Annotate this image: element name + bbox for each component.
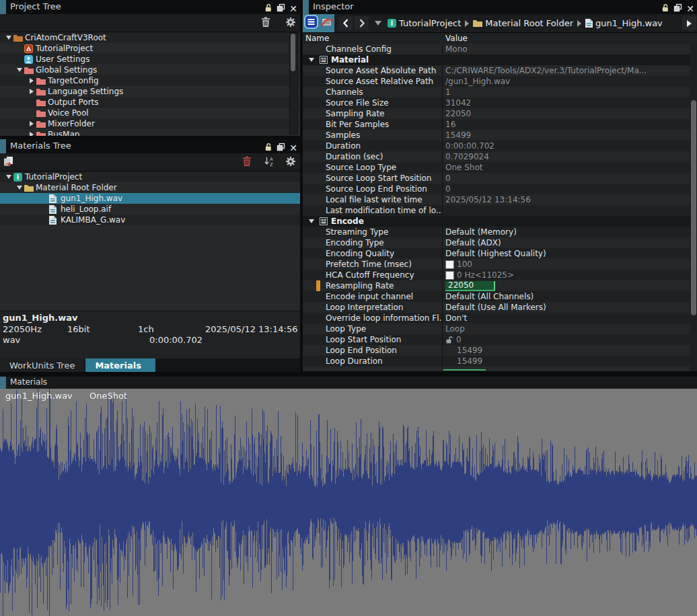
property-value[interactable]: C:/CRIWARE/Tools/ADX2/ver.3/TutorialProj… (443, 65, 690, 76)
property-value[interactable]: 2025/05/12 13:14:56 (443, 194, 690, 205)
close-icon[interactable]: ✕ (686, 4, 694, 13)
property-value[interactable]: Default (Highest Quality) (443, 248, 690, 259)
expander-closed-icon[interactable] (27, 132, 36, 136)
tree-item-mixerfolder[interactable]: MixerFolder (0, 118, 289, 129)
project-tree-scrollbar[interactable] (289, 32, 298, 134)
sort-icon[interactable]: AZ (264, 156, 274, 169)
property-value[interactable]: Loop (443, 323, 690, 334)
property-value[interactable]: 0.7029024 (443, 151, 690, 162)
trash-icon[interactable] (261, 17, 270, 30)
waveform-canvas[interactable] (0, 389, 697, 616)
property-value[interactable]: 22050 (443, 108, 690, 119)
expander-open-icon[interactable] (307, 219, 316, 223)
scrollbar-thumb[interactable] (291, 34, 295, 71)
expander-open-icon[interactable] (4, 36, 13, 40)
tree-item-output-ports[interactable]: Output Ports (0, 97, 289, 108)
panel-divider-vertical[interactable] (300, 0, 303, 372)
checkbox[interactable] (445, 271, 454, 280)
breadcrumb-item[interactable]: iTutorialProject (388, 18, 461, 28)
property-value[interactable]: Mono (443, 44, 690, 54)
tree-item-material-root-folder[interactable]: Material Root Folder (0, 182, 300, 193)
property-value[interactable]: 0 (443, 334, 690, 345)
import-material-icon[interactable] (2, 156, 15, 170)
property-value[interactable]: 0 Hz<11025> (443, 270, 690, 280)
material-filename: gun1_High.wav (3, 313, 77, 323)
tree-item-criatomcraftv3root[interactable]: CriAtomCraftV3Root (0, 32, 289, 43)
expander-open-icon[interactable] (15, 186, 24, 190)
auto-update-toggle-icon[interactable] (320, 15, 334, 32)
property-value[interactable]: /gun1_High.wav (443, 76, 690, 87)
property-value[interactable]: 15499 (443, 345, 690, 356)
expander-open-icon[interactable] (15, 68, 24, 72)
property-value[interactable]: Default (Memory) (443, 227, 690, 237)
expander-closed-icon[interactable] (27, 121, 36, 126)
property-value[interactable]: 15499 (443, 356, 690, 367)
tree-item-tutorialproject[interactable]: iTutorialProject (0, 171, 300, 182)
forward-icon[interactable] (355, 16, 369, 30)
tree-item-gun1-high-wav[interactable]: gun1_High.wav (0, 193, 300, 204)
breadcrumb-item[interactable]: gun1_High.wav (585, 18, 663, 28)
tree-item-targetconfig[interactable]: TargetConfig (0, 75, 289, 86)
property-value[interactable]: 0 (443, 173, 690, 184)
property-value[interactable]: 16 (443, 119, 690, 130)
property-value[interactable]: 0 (443, 184, 690, 194)
gear-icon[interactable] (285, 156, 296, 169)
property-value[interactable]: 15499 (443, 130, 690, 141)
value-text: 15499 (457, 356, 482, 367)
breadcrumb-item[interactable]: Material Root Folder (473, 18, 573, 28)
value-text: 16 (445, 119, 455, 130)
panel-divider-horizontal[interactable] (0, 372, 697, 377)
gear-icon[interactable] (285, 17, 296, 30)
property-name: Last modification time of lo... (303, 205, 443, 216)
tree-item-user-settings[interactable]: User Settings (0, 54, 289, 65)
expander-closed-icon[interactable] (27, 89, 36, 94)
tree-item-global-settings[interactable]: Global Settings (0, 65, 289, 75)
section-header-material[interactable]: Material (303, 54, 690, 65)
tree-item-kalimba-g-wav[interactable]: KALIMBA_G.wav (0, 215, 300, 225)
property-value[interactable]: One Shot (443, 162, 690, 173)
checkbox[interactable] (445, 260, 454, 269)
property-value[interactable]: 1 (443, 87, 690, 98)
tab-workunits-tree[interactable]: WorkUnits Tree (0, 358, 84, 372)
back-icon[interactable] (338, 16, 353, 30)
close-icon[interactable]: ✕ (289, 4, 297, 13)
float-window-icon[interactable] (277, 141, 285, 154)
property-value[interactable]: Default (All Channels) (443, 291, 690, 302)
breadcrumb-overflow-icon[interactable] (682, 16, 696, 30)
value-text: 0.7029024 (445, 151, 489, 162)
float-window-icon[interactable] (673, 2, 682, 15)
tree-item-busmap[interactable]: BusMap (0, 129, 289, 136)
expander-open-icon[interactable] (4, 175, 13, 179)
section-header-encode[interactable]: Encode (303, 216, 690, 227)
waveform-area[interactable]: gun1_High.wav OneShot (0, 389, 697, 616)
tree-item-voice-pool[interactable]: Voice Pool (0, 108, 289, 118)
property-value[interactable]: Default (ADX) (443, 237, 690, 248)
lock-icon[interactable] (661, 2, 669, 15)
scrollbar-thumb[interactable] (691, 100, 696, 315)
float-window-icon[interactable] (277, 2, 285, 15)
property-name: Encoding Quality (303, 248, 443, 259)
inspector-scrollbar[interactable] (690, 44, 697, 371)
material-info-block: gun1_High.wav 22050Hz 16bit 1ch 2025/05/… (0, 311, 300, 359)
lock-icon[interactable] (264, 2, 272, 15)
svg-text:i: i (391, 20, 393, 27)
property-value[interactable] (443, 205, 690, 216)
tab-materials-tree[interactable]: Materials Tree (85, 358, 155, 372)
trash-icon[interactable] (242, 156, 252, 169)
expander-closed-icon[interactable] (27, 78, 36, 83)
property-value[interactable]: 31042 (443, 98, 690, 108)
history-dropdown-icon[interactable] (371, 16, 385, 30)
value-input-field[interactable]: 22050 (445, 281, 495, 291)
lock-icon[interactable] (264, 141, 272, 154)
property-value[interactable]: 22050 (443, 280, 690, 291)
property-value[interactable]: Don't (443, 313, 690, 323)
property-value[interactable]: 0:00:00.702 (443, 141, 690, 151)
tree-item-tutorialproject[interactable]: TutorialProject (0, 43, 289, 54)
property-value[interactable]: 100 (443, 259, 690, 270)
property-value[interactable]: Default (Use All Markers) (443, 302, 690, 313)
close-icon[interactable]: ✕ (289, 143, 297, 153)
list-view-toggle-icon[interactable] (304, 15, 318, 32)
tree-item-heli-loop-aif[interactable]: heli_Loop.aif (0, 204, 300, 215)
expander-open-icon[interactable] (307, 58, 316, 62)
tree-item-language-settings[interactable]: Language Settings (0, 86, 289, 97)
